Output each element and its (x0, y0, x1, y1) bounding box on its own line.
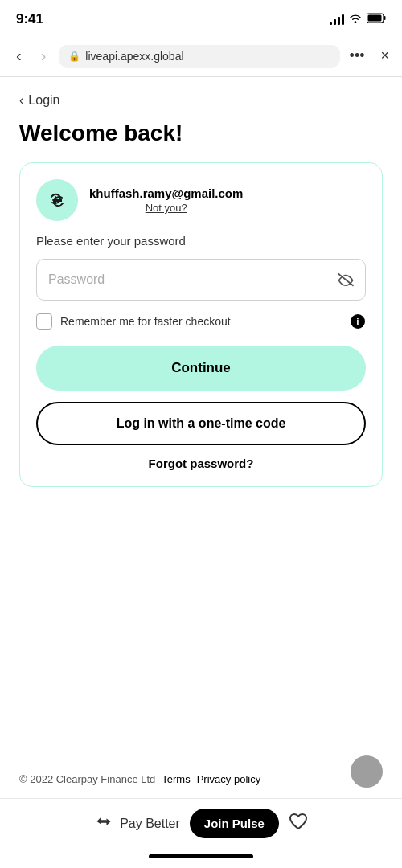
password-prompt: Please enter your password (36, 234, 366, 248)
pay-better-logo: Pay Better (94, 813, 180, 833)
url-text: liveapi.apexx.global (85, 50, 183, 63)
footer-copyright: © 2022 Clearpay Finance Ltd (19, 773, 155, 785)
forgot-password-button[interactable]: Forgot password? (36, 457, 366, 470)
user-avatar (36, 179, 78, 221)
forward-browser-button[interactable]: › (35, 43, 53, 68)
home-bar (149, 854, 253, 858)
heart-button[interactable] (289, 813, 308, 835)
user-details: khuffash.ramy@gmail.com Not you? (89, 186, 243, 214)
eye-toggle-button[interactable] (337, 272, 355, 287)
wifi-icon (349, 13, 362, 27)
signal-bars-icon (330, 14, 344, 25)
lock-icon: 🔒 (68, 51, 80, 62)
home-indicator (0, 848, 402, 868)
bottom-bar: Pay Better Join Pulse (0, 798, 402, 848)
pay-better-text: Pay Better (120, 817, 180, 831)
password-field-wrapper (36, 259, 366, 301)
back-nav-label: Login (28, 93, 59, 108)
login-card: khuffash.ramy@gmail.com Not you? Please … (19, 162, 383, 487)
one-time-code-button[interactable]: Log in with a one-time code (36, 402, 366, 445)
privacy-policy-link[interactable]: Privacy policy (197, 773, 260, 785)
remember-row: Remember me for faster checkout i (36, 313, 366, 330)
url-bar[interactable]: 🔒 liveapi.apexx.global (59, 45, 339, 68)
password-input[interactable] (36, 259, 366, 301)
status-bar: 9:41 (0, 0, 402, 35)
svg-rect-2 (384, 16, 386, 20)
browser-actions: ••• × (347, 44, 392, 68)
page-footer: © 2022 Clearpay Finance Ltd Terms Privac… (0, 764, 402, 798)
join-pulse-button[interactable]: Join Pulse (190, 809, 279, 838)
status-icons (330, 13, 386, 27)
close-tab-button[interactable]: × (377, 44, 392, 68)
back-arrow-icon: ‹ (19, 93, 23, 108)
info-icon-button[interactable]: i (350, 313, 366, 330)
remember-label: Remember me for faster checkout (60, 315, 342, 328)
continue-button[interactable]: Continue (36, 346, 366, 391)
back-browser-button[interactable]: ‹ (10, 43, 28, 68)
more-options-button[interactable]: ••• (347, 44, 368, 68)
svg-text:i: i (356, 317, 359, 328)
not-you-button[interactable]: Not you? (89, 202, 243, 214)
remember-checkbox[interactable] (36, 313, 52, 330)
browser-bar: ‹ › 🔒 liveapi.apexx.global ••• × (0, 35, 402, 77)
main-content: ‹ Login Welcome back! khuffash.ramy@gmai… (0, 77, 402, 764)
scroll-indicator (351, 755, 383, 788)
back-nav[interactable]: ‹ Login (19, 93, 383, 108)
svg-rect-1 (368, 15, 382, 22)
footer-links: © 2022 Clearpay Finance Ltd Terms Privac… (19, 773, 383, 785)
user-email: khuffash.ramy@gmail.com (89, 186, 243, 200)
user-info-row: khuffash.ramy@gmail.com Not you? (36, 179, 366, 221)
battery-icon (367, 13, 386, 26)
status-time: 9:41 (16, 11, 43, 27)
terms-link[interactable]: Terms (162, 773, 190, 785)
page-title: Welcome back! (19, 121, 383, 146)
pay-better-icon (94, 813, 113, 833)
